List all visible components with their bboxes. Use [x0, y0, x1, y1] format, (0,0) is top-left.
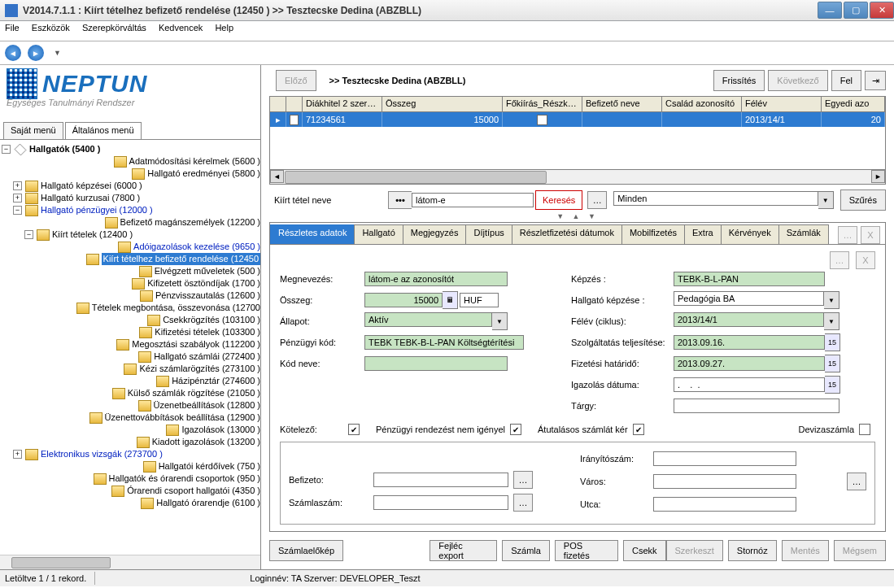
tab-megjegyzes[interactable]: Megjegyzés — [403, 224, 467, 244]
input-varos[interactable] — [653, 474, 796, 489]
tree-item[interactable]: Adatmódosítási kérelmek (5600 ) — [129, 155, 260, 168]
input-fizhat[interactable] — [674, 356, 825, 371]
combo-felev[interactable] — [674, 312, 824, 327]
szamlaelokep-button[interactable]: Számlaelőkép — [269, 540, 343, 561]
search-more-button[interactable]: … — [587, 191, 607, 209]
panel-close-button[interactable]: X — [861, 226, 880, 244]
field-picker-button[interactable]: ••• — [388, 191, 412, 209]
chevron-down-icon[interactable]: ▼ — [824, 291, 839, 309]
tree-item-selected[interactable]: Kiírt tételhez befizető rendelése (12450 — [102, 253, 260, 265]
panel-more-button[interactable]: … — [838, 226, 857, 244]
tree-view[interactable]: −Hallgatók (5400 ) Adatmódosítási kérelm… — [0, 139, 260, 555]
lookup-button[interactable]: … — [513, 471, 533, 489]
combo-hallgkepz[interactable] — [674, 291, 824, 306]
tab-szamlak[interactable]: Számlák — [778, 224, 829, 244]
col-felev[interactable]: Félév — [742, 97, 822, 111]
scroll-right-icon[interactable]: ► — [871, 170, 885, 183]
tree-item[interactable]: Üzenettovábbítások beállítása (12900 ) — [105, 412, 260, 424]
fel-button[interactable]: Fel — [831, 70, 861, 91]
tree-item[interactable]: Befizető magánszemélyek (12200 ) — [120, 216, 260, 229]
tree-item[interactable]: Megosztási szabályok (112200 ) — [132, 338, 260, 351]
calendar-icon[interactable]: 15 — [825, 355, 840, 372]
szures-button[interactable]: Szűrés — [840, 189, 886, 211]
tab-dijtipus[interactable]: Díjtípus — [465, 224, 512, 244]
minimize-button[interactable]: — — [818, 2, 842, 19]
tree-item[interactable]: Hallgató pénzügyei (12000 ) — [41, 204, 153, 216]
chevron-down-icon[interactable]: ▼ — [818, 191, 834, 209]
scroll-left-icon[interactable]: ◄ — [270, 170, 284, 183]
tree-item[interactable]: Pénzvisszautalás (12600 ) — [155, 290, 260, 302]
tree-item[interactable]: Tételek megbontása, összevonása (12700 — [92, 302, 260, 314]
stornoz-button[interactable]: Stornóz — [728, 540, 777, 561]
menu-kedvencek[interactable]: Kedvencek — [159, 23, 203, 33]
input-szolg[interactable] — [674, 335, 825, 350]
calendar-icon[interactable]: 15 — [825, 333, 840, 351]
csekk-button[interactable]: Csekk — [623, 540, 666, 561]
nav-forward-button[interactable]: ► — [28, 45, 44, 61]
input-megnevezes[interactable] — [364, 272, 508, 286]
left-scrollbar[interactable] — [0, 555, 260, 569]
close-button[interactable]: ✕ — [870, 2, 894, 19]
tab-kervenyek[interactable]: Kérvények — [721, 224, 779, 244]
col-diakhitel[interactable]: Diákhitel 2 szerző… — [303, 97, 382, 111]
tree-item[interactable]: Adóigazolások kezelése (9650 ) — [133, 241, 260, 253]
tab-sajat-menu[interactable]: Saját menü — [3, 122, 63, 139]
col-befizeto[interactable]: Befizető neve — [582, 97, 662, 111]
link-more-button[interactable]: … — [830, 251, 849, 269]
tree-item[interactable]: Üzenetbeállítások (12800 ) — [154, 399, 260, 412]
tree-toggle[interactable]: − — [2, 145, 11, 154]
menu-help[interactable]: Help — [215, 23, 233, 33]
frissites-button[interactable]: Frissítés — [713, 70, 765, 91]
tree-item[interactable]: Elektronikus vizsgák (273700 ) — [41, 448, 163, 460]
tree-item[interactable]: Hallgató órarendje (6100 ) — [156, 497, 260, 509]
input-targy[interactable] — [674, 399, 839, 413]
menu-file[interactable]: File — [5, 23, 20, 33]
col-osszeg[interactable]: Összeg — [382, 97, 503, 111]
calc-icon[interactable]: 🖩 — [443, 291, 458, 309]
input-currency[interactable] — [460, 293, 499, 307]
input-iranyito[interactable] — [653, 451, 796, 466]
megsem-button[interactable]: Mégsem — [834, 540, 886, 561]
maximize-button[interactable]: ▢ — [844, 2, 868, 19]
tree-item[interactable]: Hallgató képzései (6000 ) — [41, 180, 142, 192]
szamla-button[interactable]: Számla — [502, 540, 550, 561]
tree-toggle[interactable]: + — [13, 181, 22, 190]
tree-item[interactable]: Hallgató kurzusai (7800 ) — [41, 192, 140, 204]
menu-eszkozok[interactable]: Eszközök — [32, 23, 70, 33]
tree-item[interactable]: Kiadott igazolások (13200 ) — [152, 436, 260, 448]
nav-dropdown-icon[interactable]: ▼ — [54, 49, 61, 57]
data-grid[interactable]: Diákhitel 2 szerző… Összeg Főkiírás_Rész… — [269, 96, 886, 185]
kovetkezo-button[interactable]: Következő — [768, 70, 827, 91]
tree-item[interactable]: Elvégzett műveletek (500 ) — [155, 265, 260, 277]
tab-hallgato[interactable]: Hallgató — [354, 224, 403, 244]
input-igazdat[interactable] — [674, 377, 825, 392]
tab-extra[interactable]: Extra — [684, 224, 722, 244]
tree-item[interactable]: Kiírt tételek (12400 ) — [52, 229, 133, 241]
input-penzkod[interactable] — [364, 335, 524, 350]
input-osszeg[interactable] — [364, 293, 443, 307]
tree-item[interactable]: Kifizetési tételek (103300 ) — [155, 326, 260, 338]
tab-mobil[interactable]: Mobilfizetés — [621, 224, 685, 244]
lookup-button[interactable]: … — [513, 494, 533, 512]
filter-combo[interactable] — [613, 191, 818, 206]
tab-reszletes[interactable]: Részletes adatok — [270, 224, 355, 244]
lookup-button[interactable]: … — [847, 473, 866, 490]
row-checkbox[interactable] — [290, 115, 299, 125]
check-penzrend[interactable]: ✔ — [510, 424, 521, 435]
tree-item[interactable]: Hallgatói kérdőívek (750 ) — [159, 460, 260, 473]
szerkeszt-button[interactable]: Szerkeszt — [666, 540, 723, 561]
tree-toggle[interactable]: − — [13, 206, 22, 215]
input-szamlaszam[interactable] — [373, 495, 508, 510]
nav-back-button[interactable]: ◄ — [5, 45, 21, 61]
tree-item[interactable]: Kifizetett ösztöndíjak (1700 ) — [147, 277, 260, 290]
col-csalad[interactable]: Család azonosító — [662, 97, 742, 111]
tree-toggle[interactable]: − — [24, 230, 33, 239]
calendar-icon[interactable]: 15 — [825, 376, 840, 394]
elozo-button[interactable]: Előző — [276, 70, 316, 91]
check-kotelezo[interactable]: ✔ — [348, 424, 360, 435]
fejlec-export-button[interactable]: Fejléc export — [430, 540, 497, 561]
tree-toggle[interactable]: + — [13, 450, 22, 459]
chevron-down-icon[interactable]: ▼ — [824, 312, 839, 330]
tab-reszletfiz[interactable]: Részletfizetési dátumok — [512, 224, 622, 244]
check-deviza[interactable] — [859, 424, 870, 435]
